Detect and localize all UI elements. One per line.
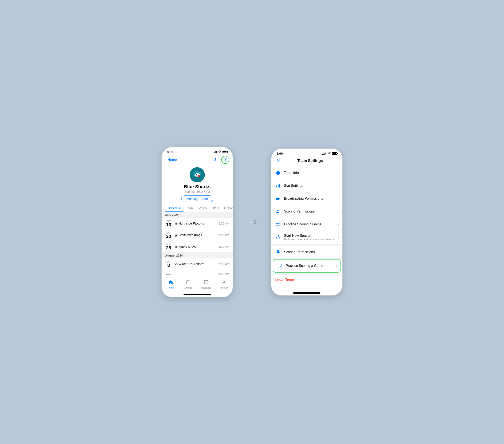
game-date: SAT 20 bbox=[165, 231, 172, 239]
svg-rect-15 bbox=[276, 185, 277, 187]
battery-icon-2 bbox=[332, 152, 337, 155]
circled-container: Practice Scoring a Game › bbox=[273, 259, 341, 273]
team-name: Blue Sharks bbox=[184, 184, 211, 190]
team-info-icon: i bbox=[275, 170, 282, 176]
settings-nav: ✕ Team Settings bbox=[271, 157, 342, 167]
status-icons-2 bbox=[322, 152, 337, 155]
svg-rect-7 bbox=[187, 281, 190, 284]
messages-icon bbox=[204, 280, 208, 286]
svg-point-3 bbox=[196, 174, 197, 175]
svg-rect-24 bbox=[278, 225, 280, 226]
practice-icon-1 bbox=[275, 221, 282, 228]
new-season-icon bbox=[275, 234, 282, 241]
status-icons-1 bbox=[213, 150, 228, 154]
game-date: WED bbox=[165, 273, 172, 275]
chevron-right-icon: › bbox=[338, 197, 339, 200]
game-row[interactable]: SAT 20 @ Smithtown Kings 9:00 AM bbox=[162, 229, 233, 241]
settings-title: Team Settings bbox=[282, 159, 339, 163]
bottom-nav-1: Home Events bbox=[162, 278, 233, 293]
bell-icon bbox=[275, 249, 282, 255]
settings-item-new-season[interactable]: Start New Season Roll over roster and fa… bbox=[271, 231, 342, 244]
game-date: SAT 3 bbox=[165, 261, 172, 268]
status-bar-1: 8:00 bbox=[162, 147, 233, 155]
share-button[interactable] bbox=[212, 156, 219, 164]
scoring-perms-icon bbox=[275, 208, 282, 215]
back-button[interactable]: ‹ Home bbox=[165, 157, 177, 162]
back-label: Home bbox=[167, 158, 177, 162]
close-button[interactable]: ✕ bbox=[275, 157, 282, 164]
chevron-right-icon: › bbox=[338, 210, 339, 213]
section-gap-2 bbox=[271, 273, 342, 275]
game-row[interactable]: SAT 13 vs Northside Falcons 9:00 AM bbox=[162, 218, 233, 229]
team-avatar bbox=[190, 167, 205, 182]
stat-icon bbox=[275, 182, 282, 189]
settings-list: i Team Info › Stat Settin bbox=[271, 167, 342, 291]
svg-rect-23 bbox=[276, 225, 278, 226]
tab-video[interactable]: Video bbox=[196, 205, 209, 212]
home-indicator-1 bbox=[183, 294, 211, 295]
chevron-right-icon: › bbox=[336, 264, 337, 268]
chevron-left-icon: ‹ bbox=[165, 157, 167, 162]
nav-messages-label: Messages bbox=[201, 286, 211, 289]
settings-button[interactable] bbox=[221, 156, 229, 164]
nav-bar-1: ‹ Home bbox=[162, 155, 233, 166]
svg-point-19 bbox=[277, 210, 278, 211]
svg-rect-16 bbox=[278, 185, 279, 188]
team-profile: Blue Sharks Summer 2024 • 5-2 Message Te… bbox=[162, 166, 233, 205]
practice-icon-2 bbox=[276, 263, 283, 269]
message-team-button[interactable]: Message Team bbox=[181, 195, 213, 202]
section-gap bbox=[271, 244, 342, 246]
account-icon bbox=[221, 280, 226, 286]
game-date: SAT 13 bbox=[165, 220, 172, 227]
tab-team[interactable]: Team bbox=[183, 205, 196, 212]
schedule-content: July 2024 SAT 13 vs Northside Falcons 9:… bbox=[162, 212, 233, 278]
settings-item-stat[interactable]: Stat Settings › bbox=[271, 179, 342, 192]
game-row[interactable]: SAT 3 vs Winter Park Storm 9:00 AM bbox=[162, 258, 233, 270]
svg-point-4 bbox=[196, 174, 196, 174]
chevron-right-icon: › bbox=[338, 222, 339, 226]
tab-schedule[interactable]: Schedule bbox=[165, 205, 183, 212]
section-july: July 2024 bbox=[162, 212, 233, 218]
game-row[interactable]: SUN 28 vs Maple Grove 9:00 AM bbox=[162, 241, 233, 252]
nav-account[interactable]: Account bbox=[215, 280, 233, 289]
chevron-right-icon: › bbox=[338, 171, 339, 175]
settings-item-team-info[interactable]: i Team Info › bbox=[271, 167, 342, 179]
scene: 8:00 ‹ bbox=[149, 134, 355, 310]
phone-2: 8:00 ✕ Te bbox=[271, 148, 342, 296]
settings-item-broadcasting[interactable]: Broadcasting Permissions › bbox=[271, 192, 342, 205]
phone-1: 8:00 ‹ bbox=[162, 147, 233, 297]
wifi-icon bbox=[218, 150, 221, 154]
svg-text:i: i bbox=[278, 171, 278, 174]
signal-icon bbox=[213, 151, 216, 153]
game-row[interactable]: WED ··· 9:00 AM bbox=[162, 270, 233, 278]
chevron-right-icon: › bbox=[338, 250, 339, 254]
section-august: August 2024 bbox=[162, 252, 233, 258]
svg-point-11 bbox=[223, 281, 224, 282]
chevron-right-icon: › bbox=[338, 184, 339, 188]
signal-icon-2 bbox=[322, 152, 326, 155]
wifi-icon-2 bbox=[327, 152, 331, 155]
settings-item-practice-2[interactable]: Practice Scoring a Game › bbox=[273, 260, 341, 272]
svg-rect-21 bbox=[276, 223, 278, 224]
time-1: 8:00 bbox=[167, 150, 173, 154]
leave-team-button[interactable]: Leave Team bbox=[271, 275, 342, 285]
tab-stats[interactable]: Stats bbox=[209, 205, 221, 212]
nav-home-label: Home bbox=[167, 286, 174, 289]
tab-opponents[interactable]: Opponents bbox=[222, 205, 233, 212]
nav-events-label: Events bbox=[185, 286, 192, 289]
settings-item-scoring-perms-2[interactable]: Scoring Permissions › bbox=[271, 246, 342, 259]
nav-action-icons bbox=[212, 156, 229, 164]
svg-point-20 bbox=[278, 210, 280, 211]
nav-events[interactable]: Events bbox=[180, 280, 197, 289]
svg-rect-18 bbox=[276, 197, 279, 200]
events-icon bbox=[186, 280, 191, 286]
nav-home[interactable]: Home bbox=[162, 280, 180, 289]
status-bar-2: 8:00 bbox=[271, 149, 342, 157]
settings-item-practice-1[interactable]: Practice Scoring a Game › bbox=[271, 218, 342, 231]
battery-icon-1 bbox=[222, 151, 228, 153]
settings-item-scoring-perms[interactable]: Scoring Permissions › bbox=[271, 205, 342, 218]
time-2: 8:00 bbox=[276, 152, 283, 155]
svg-point-0 bbox=[225, 159, 226, 160]
home-icon bbox=[168, 280, 173, 286]
nav-messages[interactable]: Messages bbox=[197, 280, 215, 289]
